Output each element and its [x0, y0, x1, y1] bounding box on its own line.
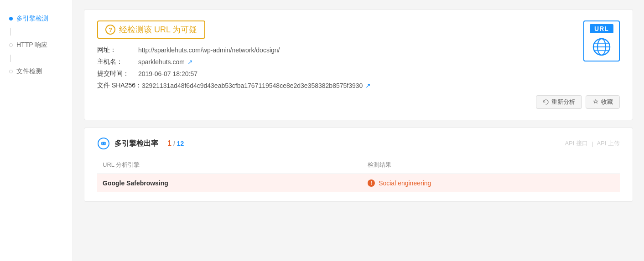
sha256-row: 文件 SHA256： 32921131ad48f6d4c9d43eab53cfb…	[97, 82, 620, 90]
danger-result-text: Social engineering	[379, 179, 431, 187]
total-count: 12	[177, 140, 184, 147]
sidebar-divider-1	[10, 28, 11, 36]
sidebar-label-file-detect: 文件检测	[16, 67, 42, 76]
sidebar-divider-2	[10, 55, 11, 62]
sidebar-item-file-detect[interactable]: 文件检测	[0, 62, 73, 81]
table-row: Google SafebrowsingSocial engineering	[97, 174, 620, 193]
globe-icon	[592, 37, 612, 57]
question-icon: ?	[105, 25, 115, 35]
top-card: URL ? 经检测该 URL 为可疑 网址： http://sparklehut…	[84, 9, 633, 120]
danger-result: Social engineering	[368, 179, 614, 187]
submit-time-row: 提交时间： 2019-06-07 18:20:57	[97, 70, 620, 78]
detection-table: URL 分析引擎 检测结果 Google SafebrowsingSocial …	[97, 157, 620, 192]
hostname-label: 主机名：	[97, 58, 138, 66]
api-interface-link[interactable]: API 接口	[565, 139, 588, 148]
collect-label: 收藏	[601, 98, 613, 106]
sidebar-item-http-response[interactable]: HTTP 响应	[0, 36, 73, 55]
main-content: URL ? 经检测该 URL 为可疑 网址： http://sparklehut…	[73, 0, 644, 261]
sidebar-label-http-response: HTTP 响应	[16, 41, 47, 49]
submit-time-label: 提交时间：	[97, 70, 138, 78]
url-icon-label: URL	[590, 24, 613, 33]
url-label: 网址：	[97, 46, 138, 54]
sha256-value: 32921131ad48f6d4c9d43eab53cfba1767119548…	[142, 82, 363, 89]
svg-point-6	[103, 143, 105, 145]
sidebar-dot-file-detect	[9, 70, 13, 73]
sha256-label: 文件 SHA256：	[97, 82, 142, 90]
detection-ratio: 1 / 12	[167, 139, 184, 148]
submit-time-value: 2019-06-07 18:20:57	[138, 70, 197, 77]
detected-count: 1	[167, 139, 171, 148]
detection-title-text: 多引擎检出率	[114, 139, 158, 148]
detection-table-body: Google SafebrowsingSocial engineering	[97, 174, 620, 193]
hostname-value: sparklehuts.com	[138, 58, 185, 66]
detection-card: 多引擎检出率 1 / 12 API 接口 | API 上传 U	[84, 128, 633, 202]
detection-title-icon	[97, 137, 110, 150]
sidebar: 多引擎检测 HTTP 响应 文件检测	[0, 0, 73, 261]
danger-dot-icon	[368, 179, 375, 187]
sha256-link-icon[interactable]: ↗	[365, 82, 371, 89]
col-result-header: 检测结果	[362, 157, 620, 174]
action-buttons: 重新分析 收藏	[97, 95, 620, 109]
suspicious-label: 经检测该 URL 为可疑	[119, 24, 197, 35]
collect-button[interactable]: 收藏	[586, 95, 620, 109]
collect-icon	[592, 99, 599, 105]
url-value: http://sparklehuts.com/wp-admin/network/…	[138, 46, 280, 54]
reanalyze-icon	[543, 99, 549, 105]
detection-title: 多引擎检出率 1 / 12	[97, 137, 184, 150]
api-separator: |	[592, 140, 593, 147]
api-upload-link[interactable]: API 上传	[597, 139, 620, 148]
sidebar-dot-http-response	[9, 43, 13, 47]
detection-header: 多引擎检出率 1 / 12 API 接口 | API 上传	[97, 137, 620, 150]
url-row: 网址： http://sparklehuts.com/wp-admin/netw…	[97, 46, 620, 54]
ratio-separator: /	[173, 140, 175, 147]
detection-table-head: URL 分析引擎 检测结果	[97, 157, 620, 174]
hostname-link-icon[interactable]: ↗	[187, 58, 193, 66]
reanalyze-label: 重新分析	[551, 98, 575, 106]
engine-name: Google Safebrowsing	[97, 174, 362, 193]
sidebar-dot-multi-engine	[9, 17, 13, 20]
suspicious-badge: ? 经检测该 URL 为可疑	[97, 20, 205, 39]
api-links: API 接口 | API 上传	[565, 139, 620, 148]
detection-table-header-row: URL 分析引擎 检测结果	[97, 157, 620, 174]
result-value: Social engineering	[362, 174, 620, 193]
sidebar-item-multi-engine[interactable]: 多引擎检测	[0, 9, 73, 28]
hostname-row: 主机名： sparklehuts.com ↗	[97, 58, 620, 66]
col-engine-header: URL 分析引擎	[97, 157, 362, 174]
reanalyze-button[interactable]: 重新分析	[536, 95, 582, 109]
sidebar-label-multi-engine: 多引擎检测	[16, 15, 48, 23]
url-icon-box: URL	[583, 20, 620, 61]
